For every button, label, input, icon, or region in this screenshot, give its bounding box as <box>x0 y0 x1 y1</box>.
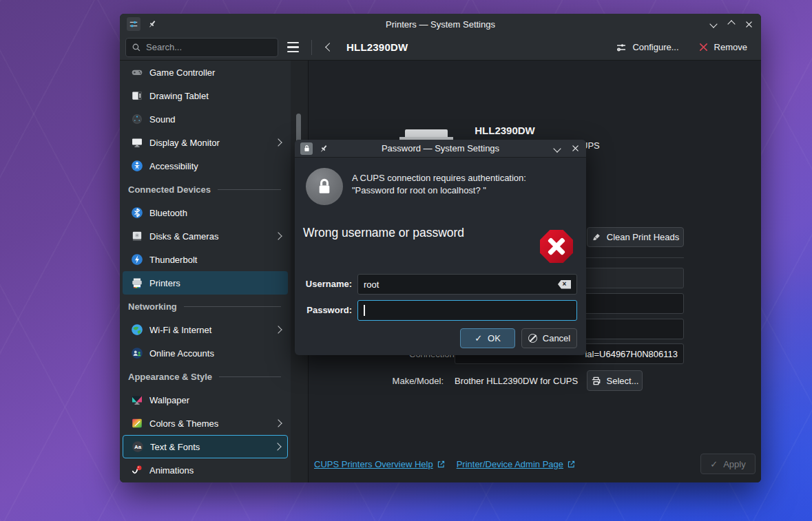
select-driver-button[interactable]: Select... <box>587 370 643 391</box>
footer: CUPS Printers Overview Help Printer/Devi… <box>309 454 761 474</box>
remove-x-icon <box>698 42 709 52</box>
sidebar-item-label: Thunderbolt <box>149 255 281 265</box>
chevron-right-icon <box>274 138 282 146</box>
sidebar-item-wi-fi-internet[interactable]: Wi-Fi & Internet <box>123 318 288 341</box>
apply-button[interactable]: ✓ Apply <box>700 454 756 474</box>
drawing-tablet-icon <box>131 89 143 102</box>
auth-message: A CUPS connection requires authenticatio… <box>352 172 526 197</box>
wifi-internet-icon <box>131 323 143 336</box>
remove-button[interactable]: Remove <box>696 39 750 55</box>
make-model-label: Make/Model: <box>384 376 444 386</box>
sidebar-item-bluetooth[interactable]: Bluetooth <box>123 201 288 224</box>
sidebar-item-label: Drawing Tablet <box>149 91 281 101</box>
sidebar-item-label: Game Controller <box>149 67 281 78</box>
pin-icon[interactable] <box>319 144 329 153</box>
lock-icon <box>300 142 313 155</box>
dialog-minimize-button[interactable] <box>552 143 562 153</box>
sidebar-item-label: Sound <box>149 114 281 125</box>
printer-icon <box>591 376 601 386</box>
thunderbolt-icon <box>131 253 143 266</box>
sidebar-item-label: Text & Fonts <box>150 442 269 452</box>
chevron-right-icon <box>274 419 282 427</box>
display-monitor-icon <box>131 136 143 149</box>
menu-button[interactable] <box>282 38 303 57</box>
back-button[interactable] <box>320 39 338 56</box>
dialog-titlebar[interactable]: Password — System Settings <box>295 140 586 158</box>
sidebar-section-header: Networking <box>120 295 291 318</box>
configure-button[interactable]: Configure... <box>613 39 681 56</box>
sidebar-item-animations[interactable]: Animations <box>123 458 288 482</box>
search-icon <box>132 43 141 52</box>
text-fonts-icon: Aa <box>132 440 144 453</box>
accessibility-icon <box>131 160 143 172</box>
sidebar: Game ControllerDrawing TabletSoundDispla… <box>120 61 291 482</box>
toolbar-divider <box>311 40 312 55</box>
sidebar-item-thunderbolt[interactable]: Thunderbolt <box>123 248 288 271</box>
sidebar-item-colors-themes[interactable]: Colors & Themes <box>123 412 288 435</box>
pin-icon[interactable] <box>147 19 157 29</box>
password-input[interactable] <box>357 300 577 321</box>
sidebar-item-sound[interactable]: Sound <box>123 107 288 131</box>
password-dialog: Password — System Settings A CUPS connec… <box>295 140 586 355</box>
printer-name: HLL2390DW <box>309 125 701 136</box>
game-controller-icon <box>131 66 143 78</box>
dialog-title: Password — System Settings <box>295 143 586 153</box>
sidebar-item-disks-cameras[interactable]: Disks & Cameras <box>123 224 288 248</box>
maximize-button[interactable] <box>726 19 736 30</box>
sidebar-item-accessibility[interactable]: Accessibility <box>123 154 288 178</box>
auth-lock-icon <box>306 168 343 205</box>
minimize-button[interactable] <box>708 19 718 30</box>
sound-icon <box>131 113 143 125</box>
chevron-right-icon <box>273 443 281 450</box>
sidebar-item-display-monitor[interactable]: Display & Monitor <box>123 131 288 154</box>
username-label: Username: <box>303 279 352 289</box>
clean-print-heads-button[interactable]: Clean Print Heads <box>587 227 684 247</box>
bluetooth-icon <box>131 206 143 219</box>
sidebar-item-label: Online Accounts <box>149 348 281 359</box>
titlebar[interactable]: Printers — System Settings <box>120 14 761 34</box>
online-accounts-icon <box>131 347 143 359</box>
text-cursor <box>364 305 365 316</box>
sidebar-item-text-fonts[interactable]: AaText & Fonts <box>123 435 288 458</box>
colors-themes-icon <box>131 417 143 429</box>
animations-icon <box>131 464 143 476</box>
close-button[interactable] <box>744 19 754 30</box>
search-input[interactable]: Search... <box>125 38 278 57</box>
clear-text-icon[interactable]: × <box>558 280 571 289</box>
chevron-right-icon <box>274 326 282 333</box>
make-model-value: Brother HLL2390DW for CUPS <box>455 376 578 386</box>
username-value: root <box>364 279 379 290</box>
password-label: Password: <box>303 305 352 315</box>
sidebar-item-label: Disks & Cameras <box>149 231 269 242</box>
check-icon: ✓ <box>475 333 482 343</box>
sidebar-section-header: Connected Devices <box>120 178 291 201</box>
sidebar-item-label: Wi-Fi & Internet <box>149 325 269 335</box>
dialog-close-button[interactable] <box>570 143 581 153</box>
check-icon: ✓ <box>710 459 718 469</box>
cups-help-link[interactable]: CUPS Printers Overview Help <box>314 459 446 469</box>
ok-button[interactable]: ✓ OK <box>460 328 515 348</box>
cancel-icon <box>528 334 537 343</box>
page-title: HLL2390DW <box>346 41 408 53</box>
cancel-button[interactable]: Cancel <box>521 328 577 348</box>
sidebar-item-label: Colors & Themes <box>149 418 269 429</box>
brush-icon <box>592 233 601 242</box>
sidebar-item-online-accounts[interactable]: Online Accounts <box>123 341 288 365</box>
disks-cameras-icon <box>131 230 143 242</box>
sidebar-item-label: Display & Monitor <box>149 138 269 148</box>
chevron-right-icon <box>274 232 282 240</box>
sidebar-item-game-controller[interactable]: Game Controller <box>123 61 288 84</box>
configure-icon <box>616 42 627 53</box>
external-link-icon <box>567 460 576 469</box>
sidebar-item-wallpaper[interactable]: Wallpaper <box>123 388 288 412</box>
username-input[interactable]: root × <box>357 274 577 295</box>
search-placeholder: Search... <box>146 42 182 52</box>
error-icon <box>540 230 573 263</box>
sidebar-item-label: Animations <box>149 465 281 476</box>
printers-icon <box>131 277 143 289</box>
window-title: Printers — System Settings <box>120 19 761 30</box>
admin-page-link[interactable]: Printer/Device Admin Page <box>457 459 576 469</box>
sidebar-item-drawing-tablet[interactable]: Drawing Tablet <box>123 84 288 107</box>
sidebar-item-printers[interactable]: Printers <box>123 271 288 295</box>
wallpaper-icon <box>131 394 143 406</box>
